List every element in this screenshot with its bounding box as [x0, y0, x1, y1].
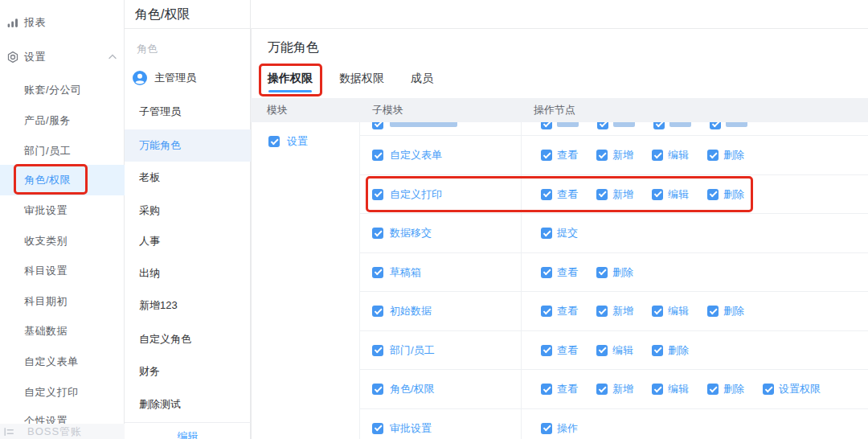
submodule-checkbox[interactable] [372, 345, 383, 356]
sidebar-item-12[interactable]: 自定义打印 [0, 377, 125, 408]
submodule-checkbox-group[interactable]: 草稿箱 [359, 265, 521, 280]
role-item-7[interactable]: 自定义角色 [125, 323, 251, 355]
operation-checkbox-group[interactable]: 新增 [596, 148, 633, 162]
operation-checkbox-group[interactable]: 查看 [541, 304, 578, 318]
operation-checkbox[interactable] [652, 306, 663, 317]
operation-checkbox-group[interactable]: 提交 [541, 226, 578, 240]
submodule-checkbox-group[interactable]: 自定义打印 [359, 187, 521, 202]
operation-checkbox[interactable] [541, 189, 552, 200]
sidebar-item-1[interactable]: 设置 [0, 42, 125, 72]
submodule-checkbox-group[interactable]: 审批设置 [359, 421, 521, 436]
operation-checkbox[interactable] [653, 122, 665, 129]
operation-checkbox-group[interactable]: 编辑 [652, 382, 689, 396]
role-item-3[interactable]: 采购 [125, 195, 251, 227]
role-item-6[interactable]: 新增123 [125, 289, 251, 322]
module-checkbox-group[interactable]: 设置 [268, 134, 308, 149]
submodule-checkbox-group[interactable]: 角色/权限 [359, 382, 521, 396]
operation-checkbox-group[interactable]: 编辑 [596, 343, 633, 358]
operation-checkbox-group[interactable]: 删除 [652, 343, 689, 358]
operation-checkbox[interactable] [710, 122, 721, 129]
operation-checkbox-group[interactable] [653, 122, 691, 129]
sidebar-item-0[interactable]: 报表 [0, 7, 125, 38]
operation-checkbox[interactable] [597, 122, 608, 129]
sidebar-item-8[interactable]: 科目设置 [0, 256, 125, 286]
operation-checkbox[interactable] [541, 345, 552, 356]
sidebar-item-6[interactable]: 审批设置 [0, 195, 125, 226]
sidebar-item-2[interactable]: 账套/分公司 [0, 75, 125, 105]
operation-checkbox-group[interactable]: 查看 [541, 187, 578, 202]
submodule-checkbox[interactable] [372, 189, 383, 200]
operation-checkbox[interactable] [596, 189, 608, 200]
operation-checkbox[interactable] [707, 189, 719, 200]
sidebar-item-9[interactable]: 科目期初 [0, 286, 125, 317]
submodule-checkbox-group[interactable]: 自定义表单 [359, 148, 521, 162]
module-checkbox[interactable] [268, 136, 280, 147]
sidebar-item-11[interactable]: 自定义表单 [0, 347, 125, 377]
sidebar-item-7[interactable]: 收支类别 [0, 226, 125, 256]
operation-checkbox[interactable] [541, 384, 552, 395]
operation-checkbox-group[interactable]: 查看 [541, 382, 578, 396]
operation-checkbox[interactable] [652, 345, 663, 356]
operation-checkbox-group[interactable]: 删除 [707, 382, 744, 396]
operation-checkbox[interactable] [596, 267, 608, 278]
operation-checkbox-group[interactable] [541, 122, 579, 129]
sidebar-item-5[interactable]: 角色/权限 [0, 165, 125, 195]
operation-checkbox-group[interactable]: 编辑 [652, 304, 689, 318]
sidebar-item-10[interactable]: 基础数据 [0, 316, 125, 347]
operation-checkbox[interactable] [652, 189, 663, 200]
submodule-checkbox[interactable] [372, 122, 383, 129]
submodule-checkbox[interactable] [372, 423, 383, 434]
operation-checkbox-group[interactable] [597, 122, 635, 129]
operation-checkbox-group[interactable]: 查看 [541, 343, 578, 358]
operation-checkbox-group[interactable]: 编辑 [652, 187, 689, 202]
submodule-checkbox[interactable] [372, 228, 383, 239]
operation-checkbox[interactable] [652, 384, 663, 395]
operation-checkbox-group[interactable]: 查看 [541, 148, 578, 162]
submodule-checkbox[interactable] [372, 150, 383, 161]
operation-checkbox[interactable] [541, 122, 552, 129]
submodule-checkbox-group[interactable] [359, 122, 521, 129]
operation-checkbox[interactable] [541, 150, 552, 161]
role-item-admin[interactable]: 主管理员 [125, 66, 251, 90]
role-item-4[interactable]: 人事 [125, 225, 251, 257]
sidebar-item-4[interactable]: 部门/员工 [0, 136, 125, 166]
role-item-1[interactable]: 万能角色 [125, 129, 251, 162]
tab-0[interactable]: 操作权限 [268, 72, 313, 88]
role-item-2[interactable]: 老板 [125, 162, 251, 194]
operation-checkbox-group[interactable] [710, 122, 747, 129]
submodule-checkbox-group[interactable]: 部门/员工 [359, 343, 521, 358]
tab-1[interactable]: 数据权限 [339, 72, 384, 88]
operation-checkbox[interactable] [541, 306, 552, 317]
operation-checkbox-group[interactable]: 删除 [707, 187, 744, 202]
operation-checkbox[interactable] [541, 423, 552, 434]
operation-checkbox-group[interactable]: 编辑 [652, 148, 689, 162]
operation-checkbox-group[interactable]: 删除 [707, 148, 744, 162]
role-item-8[interactable]: 财务 [125, 355, 251, 388]
operation-checkbox[interactable] [652, 150, 663, 161]
submodule-checkbox[interactable] [372, 384, 383, 395]
operation-checkbox-group[interactable]: 新增 [596, 304, 633, 318]
tab-2[interactable]: 成员 [411, 72, 433, 88]
role-item-5[interactable]: 出纳 [125, 257, 251, 289]
operation-checkbox-group[interactable]: 操作 [541, 421, 578, 436]
operation-checkbox-group[interactable]: 删除 [707, 304, 744, 318]
sidebar-footer-boss[interactable]: BOSS管账 [0, 424, 125, 439]
operation-checkbox[interactable] [596, 306, 608, 317]
operation-checkbox[interactable] [541, 267, 552, 278]
operation-checkbox[interactable] [707, 306, 719, 317]
operation-checkbox[interactable] [596, 345, 608, 356]
submodule-checkbox[interactable] [372, 267, 383, 278]
operation-checkbox-group[interactable]: 设置权限 [763, 382, 821, 396]
operation-checkbox-group[interactable]: 查看 [541, 265, 578, 280]
operation-checkbox-group[interactable]: 新增 [596, 382, 633, 396]
operation-checkbox-group[interactable]: 删除 [596, 265, 633, 280]
submodule-checkbox[interactable] [372, 306, 383, 317]
role-item-0[interactable]: 子管理员 [125, 96, 251, 128]
operation-checkbox[interactable] [596, 150, 608, 161]
operation-checkbox[interactable] [707, 150, 719, 161]
operation-checkbox[interactable] [596, 384, 608, 395]
edit-role-button[interactable]: 编辑 [125, 429, 251, 439]
operation-checkbox[interactable] [707, 384, 719, 395]
operation-checkbox[interactable] [541, 228, 552, 239]
chevron-up-icon[interactable] [108, 54, 117, 59]
